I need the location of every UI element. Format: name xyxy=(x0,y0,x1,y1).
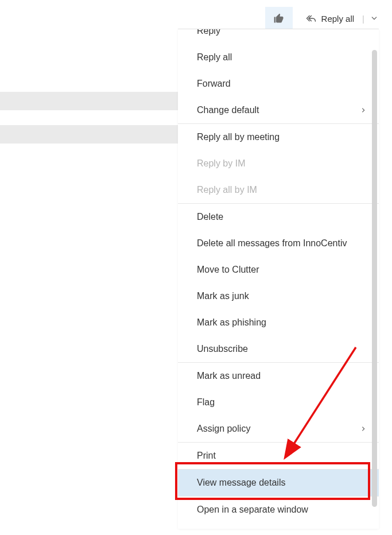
context-menu-scroll: Reply Reply all Forward Change default R… xyxy=(178,29,379,529)
menu-item-label: Delete xyxy=(197,212,223,222)
reply-all-icon xyxy=(305,13,317,24)
separator: | xyxy=(362,14,364,24)
menu-item-label: Unsubscribe xyxy=(197,344,248,354)
menu-item-reply-all-by-im: Reply all by IM xyxy=(178,177,379,203)
menu-item-label: Move to Clutter xyxy=(197,265,259,275)
menu-item-label: Flag xyxy=(197,397,215,408)
menu-item-print[interactable]: Print xyxy=(178,443,379,469)
menu-item-label: Reply all by IM xyxy=(197,185,257,195)
menu-item-label: Reply by IM xyxy=(197,158,245,169)
menu-item-label: Assign policy xyxy=(197,424,250,434)
menu-item-unsubscribe[interactable]: Unsubscribe xyxy=(178,336,379,362)
reply-all-label: Reply all xyxy=(321,14,355,24)
context-menu: Reply Reply all Forward Change default R… xyxy=(178,29,379,529)
bg-bar xyxy=(0,92,178,110)
menu-item-change-default[interactable]: Change default xyxy=(178,97,379,123)
scrollbar[interactable] xyxy=(372,50,377,507)
menu-item-label: Reply xyxy=(197,29,220,36)
menu-item-label: View message details xyxy=(197,478,285,488)
reply-all-button[interactable]: Reply all | xyxy=(298,7,384,30)
menu-item-view-message-details[interactable]: View message details xyxy=(178,470,379,496)
menu-item-mark-as-phishing[interactable]: Mark as phishing xyxy=(178,309,379,336)
menu-item-open-separate-window[interactable]: Open in a separate window xyxy=(178,497,379,523)
menu-item-flag[interactable]: Flag xyxy=(178,389,379,416)
menu-item-forward[interactable]: Forward xyxy=(178,71,379,97)
thumb-up-icon xyxy=(273,13,285,24)
menu-item-reply-all-by-meeting[interactable]: Reply all by meeting xyxy=(178,124,379,150)
menu-item-move-to-clutter[interactable]: Move to Clutter xyxy=(178,257,379,283)
chevron-down-icon[interactable] xyxy=(370,14,378,22)
menu-item-mark-as-junk[interactable]: Mark as junk xyxy=(178,283,379,309)
menu-item-reply-by-im: Reply by IM xyxy=(178,150,379,177)
menu-item-label: Change default xyxy=(197,105,259,115)
chevron-right-icon xyxy=(360,425,366,433)
bg-bar xyxy=(0,125,178,144)
menu-item-label: Mark as unread xyxy=(197,371,261,381)
menu-item-label: Reply all by meeting xyxy=(197,132,280,142)
menu-item-label: Delete all messages from InnoCentiv xyxy=(197,238,347,249)
background-placeholder-bars xyxy=(0,92,178,158)
menu-item-mark-as-unread[interactable]: Mark as unread xyxy=(178,363,379,389)
menu-item-reply-all[interactable]: Reply all xyxy=(178,44,379,71)
menu-item-label: Reply all xyxy=(197,52,232,63)
menu-item-label: Print xyxy=(197,451,216,461)
chevron-right-icon xyxy=(360,106,366,114)
menu-item-label: Forward xyxy=(197,79,231,89)
menu-item-assign-policy[interactable]: Assign policy xyxy=(178,416,379,442)
menu-item-label: Open in a separate window xyxy=(197,505,308,515)
like-button[interactable] xyxy=(265,7,293,30)
menu-item-label: Mark as phishing xyxy=(197,317,266,328)
menu-item-label: Mark as junk xyxy=(197,291,249,301)
toolbar: Reply all | xyxy=(265,7,384,30)
menu-item-delete[interactable]: Delete xyxy=(178,204,379,230)
menu-item-reply[interactable]: Reply xyxy=(178,29,379,44)
menu-item-delete-all-from-sender[interactable]: Delete all messages from InnoCentiv xyxy=(178,230,379,257)
